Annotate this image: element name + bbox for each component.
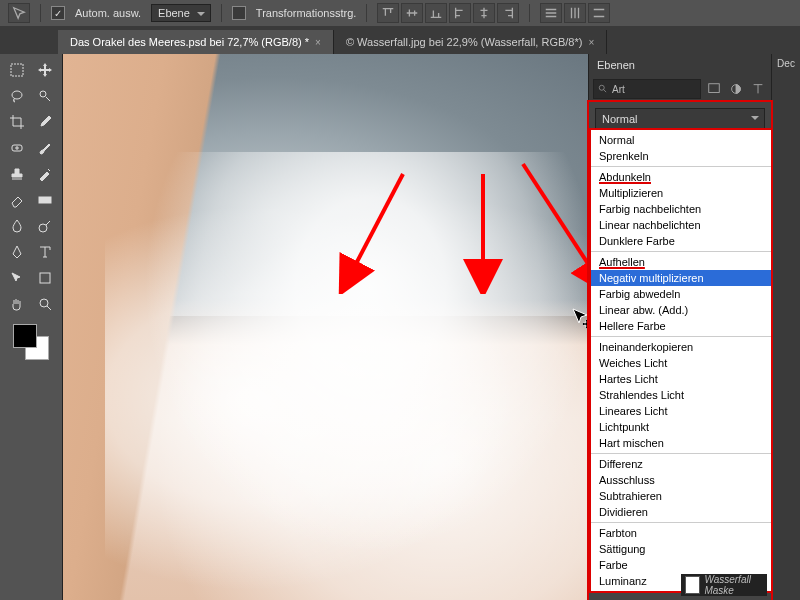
foreground-swatch[interactable] <box>13 324 37 348</box>
blend-mode-item[interactable]: Strahlendes Licht <box>591 387 771 403</box>
auto-select-label: Autom. ausw. <box>75 7 141 19</box>
svg-point-5 <box>39 224 47 232</box>
crop-tool[interactable] <box>4 110 30 134</box>
dodge-tool[interactable] <box>32 214 58 238</box>
distribute-icon[interactable] <box>564 3 586 23</box>
layer-filter-label: Art <box>612 84 625 95</box>
filter-pixel-icon[interactable] <box>705 80 723 98</box>
blend-mode-item[interactable]: Farbig abwedeln <box>591 286 771 302</box>
blend-mode-item[interactable]: Sättigung <box>591 541 771 557</box>
eraser-tool[interactable] <box>4 188 30 212</box>
blend-mode-item[interactable]: Ineinanderkopieren <box>591 339 771 355</box>
align-left-icon[interactable] <box>449 3 471 23</box>
brush-tool[interactable] <box>32 136 58 160</box>
pen-tool[interactable] <box>4 240 30 264</box>
move-tool[interactable] <box>32 58 58 82</box>
document-tab-bar: Das Orakel des Meeres.psd bei 72,7% (RGB… <box>0 26 800 54</box>
svg-rect-0 <box>11 64 23 76</box>
marquee-tool[interactable] <box>4 58 30 82</box>
document-tab[interactable]: Das Orakel des Meeres.psd bei 72,7% (RGB… <box>58 30 334 54</box>
shape-tool[interactable] <box>32 266 58 290</box>
blend-mode-item[interactable]: Hart mischen <box>591 435 771 451</box>
align-top-icon[interactable] <box>377 3 399 23</box>
history-brush-tool[interactable] <box>32 162 58 186</box>
transform-controls-label: Transformationsstrg. <box>256 7 356 19</box>
canvas-image <box>63 54 588 600</box>
blend-mode-item[interactable]: Hartes Licht <box>591 371 771 387</box>
blend-mode-item[interactable]: Hellere Farbe <box>591 318 771 334</box>
close-icon[interactable]: × <box>315 37 321 48</box>
eyedropper-tool[interactable] <box>32 110 58 134</box>
panel-tab-layers[interactable]: Ebenen <box>589 54 771 76</box>
lasso-tool[interactable] <box>4 84 30 108</box>
blend-mode-item[interactable]: Linear abw. (Add.) <box>591 302 771 318</box>
blend-mode-item[interactable]: Lineares Licht <box>591 403 771 419</box>
distribute-icon[interactable] <box>540 3 562 23</box>
mask-label: Wasserfall Maske <box>704 574 763 596</box>
blend-mode-item[interactable]: Lichtpunkt <box>591 419 771 435</box>
heal-tool[interactable] <box>4 136 30 160</box>
options-bar: ✓ Autom. ausw. Ebene Transformationsstrg… <box>0 0 800 26</box>
blend-mode-item[interactable]: Negativ multiplizieren <box>591 270 771 286</box>
align-group <box>377 3 519 23</box>
layer-filter-dropdown[interactable]: Art <box>593 79 701 99</box>
stamp-tool[interactable] <box>4 162 30 186</box>
gradient-tool[interactable] <box>32 188 58 212</box>
toolbox <box>0 54 63 600</box>
blend-mode-item[interactable]: Dunklere Farbe <box>591 233 771 249</box>
document-tab[interactable]: © Wasserfall.jpg bei 22,9% (Wasserfall, … <box>334 30 607 54</box>
mask-icon <box>685 576 700 594</box>
blend-mode-item[interactable]: Dividieren <box>591 504 771 520</box>
svg-rect-4 <box>39 197 51 203</box>
blend-mode-item[interactable]: Normal <box>591 132 771 148</box>
distribute-icon[interactable] <box>588 3 610 23</box>
document-canvas[interactable] <box>63 54 588 600</box>
move-tool-icon <box>8 3 30 23</box>
distribute-group <box>540 3 610 23</box>
svg-point-7 <box>40 299 48 307</box>
filter-type-icon[interactable] <box>749 80 767 98</box>
blend-group-header: Abdunkeln <box>591 169 771 185</box>
blend-mode-item[interactable]: Farbig nachbelichten <box>591 201 771 217</box>
type-tool[interactable] <box>32 240 58 264</box>
blend-mode-item[interactable]: Farbton <box>591 525 771 541</box>
collapsed-label[interactable]: Dec <box>777 58 795 69</box>
blend-mode-item[interactable]: Weiches Licht <box>591 355 771 371</box>
auto-select-target-dropdown[interactable]: Ebene <box>151 4 211 22</box>
align-bottom-icon[interactable] <box>425 3 447 23</box>
path-select-tool[interactable] <box>4 266 30 290</box>
svg-point-11 <box>599 85 604 90</box>
svg-rect-6 <box>40 273 50 283</box>
blend-mode-item[interactable]: Multiplizieren <box>591 185 771 201</box>
hand-tool[interactable] <box>4 292 30 316</box>
blur-tool[interactable] <box>4 214 30 238</box>
blend-mode-item[interactable]: Farbe <box>591 557 771 573</box>
filter-adjust-icon[interactable] <box>727 80 745 98</box>
document-tab-label: Das Orakel des Meeres.psd bei 72,7% (RGB… <box>70 36 309 48</box>
svg-rect-12 <box>709 84 720 93</box>
blend-mode-menu: NormalSprenkelnAbdunkelnMultiplizierenFa… <box>589 128 773 593</box>
align-hcenter-icon[interactable] <box>473 3 495 23</box>
layer-filter-bar: Art <box>589 76 771 102</box>
zoom-tool[interactable] <box>32 292 58 316</box>
close-icon[interactable]: × <box>588 37 594 48</box>
transform-controls-checkbox[interactable] <box>232 6 246 20</box>
blend-mode-item[interactable]: Linear nachbelichten <box>591 217 771 233</box>
align-vcenter-icon[interactable] <box>401 3 423 23</box>
align-right-icon[interactable] <box>497 3 519 23</box>
blend-mode-item[interactable]: Ausschluss <box>591 472 771 488</box>
blend-mode-dropdown[interactable]: Normal <box>595 108 765 130</box>
quick-select-tool[interactable] <box>32 84 58 108</box>
blend-mode-item[interactable]: Sprenkeln <box>591 148 771 164</box>
blend-mode-item[interactable]: Differenz <box>591 456 771 472</box>
collapsed-panels: Dec <box>771 54 800 600</box>
layer-mask-thumbnail[interactable]: Wasserfall Maske <box>681 574 767 596</box>
auto-select-checkbox[interactable]: ✓ <box>51 6 65 20</box>
blend-mode-item[interactable]: Subtrahieren <box>591 488 771 504</box>
layers-panel: Ebenen Art Normal NormalSprenkelnAbdunke… <box>588 54 771 600</box>
svg-point-1 <box>12 91 22 99</box>
color-swatches[interactable] <box>13 324 49 360</box>
blend-group-header: Aufhellen <box>591 254 771 270</box>
svg-point-2 <box>40 91 46 97</box>
document-tab-label: © Wasserfall.jpg bei 22,9% (Wasserfall, … <box>346 36 583 48</box>
